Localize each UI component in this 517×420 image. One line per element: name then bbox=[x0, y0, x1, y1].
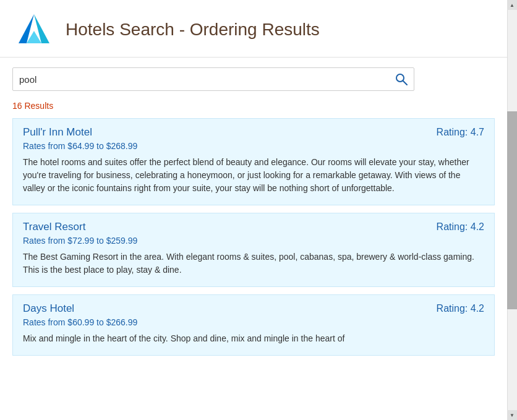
hotel-card-3: Days Hotel Rating: 4.2 Rates from $60.99… bbox=[12, 294, 495, 356]
page-title: Hotels Search - Ordering Results bbox=[66, 20, 320, 40]
hotel-card-header-1: Pull'r Inn Motel Rating: 4.7 bbox=[23, 126, 484, 139]
hotel-card: Pull'r Inn Motel Rating: 4.7 Rates from … bbox=[12, 118, 495, 205]
scrollbar-thumb[interactable] bbox=[507, 111, 517, 309]
results-count: 16 Results bbox=[0, 97, 507, 118]
hotel-name-3[interactable]: Days Hotel bbox=[23, 302, 74, 315]
hotel-rating-2: Rating: 4.2 bbox=[437, 221, 484, 233]
hotel-description-3: Mix and mingle in the heart of the city.… bbox=[23, 332, 484, 345]
svg-point-3 bbox=[396, 74, 404, 82]
hotel-description-1: The hotel rooms and suites offer the per… bbox=[23, 156, 484, 195]
scrollbar-arrow-up[interactable]: ▲ bbox=[507, 0, 517, 10]
scrollbar-arrow-down[interactable]: ▼ bbox=[507, 410, 517, 420]
hotel-card-header-2: Travel Resort Rating: 4.2 bbox=[23, 221, 484, 233]
hotel-rating-3: Rating: 4.2 bbox=[437, 303, 484, 314]
page-wrapper: Hotels Search - Ordering Results 16 Resu… bbox=[0, 0, 517, 420]
search-icon bbox=[395, 73, 408, 85]
hotel-name-1[interactable]: Pull'r Inn Motel bbox=[23, 126, 92, 139]
search-input[interactable] bbox=[19, 74, 395, 85]
hotel-rates-3: Rates from $60.99 to $266.99 bbox=[23, 317, 484, 327]
hotel-card-2: Travel Resort Rating: 4.2 Rates from $72… bbox=[12, 213, 495, 287]
hotel-name-2[interactable]: Travel Resort bbox=[23, 221, 85, 233]
hotel-rates-1: Rates from $64.99 to $268.99 bbox=[23, 141, 484, 151]
hotel-card-header-3: Days Hotel Rating: 4.2 bbox=[23, 302, 484, 315]
search-box bbox=[12, 67, 414, 91]
svg-line-4 bbox=[403, 81, 407, 85]
logo-container bbox=[12, 11, 56, 48]
scrollbar-track: ▲ ▼ bbox=[507, 0, 517, 420]
hotel-rating-1: Rating: 4.7 bbox=[437, 127, 484, 138]
hotel-description-2: The Best Gaming Resort in the area. With… bbox=[23, 251, 484, 276]
app-logo bbox=[15, 11, 53, 48]
results-list: Pull'r Inn Motel Rating: 4.7 Rates from … bbox=[0, 118, 507, 363]
header: Hotels Search - Ordering Results bbox=[0, 0, 507, 58]
main-content: Hotels Search - Ordering Results 16 Resu… bbox=[0, 0, 507, 363]
hotel-rates-2: Rates from $72.99 to $259.99 bbox=[23, 236, 484, 246]
search-container bbox=[0, 58, 507, 97]
search-button[interactable] bbox=[395, 73, 408, 85]
